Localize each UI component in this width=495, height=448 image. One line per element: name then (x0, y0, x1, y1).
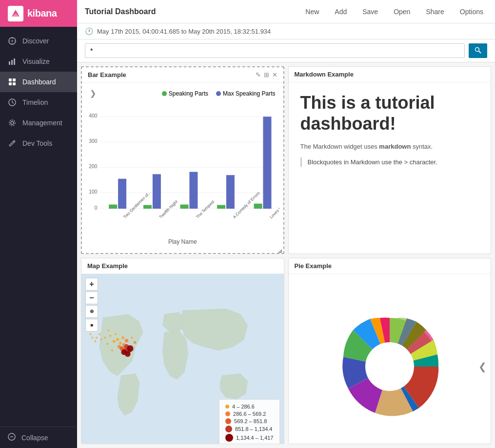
svg-point-53 (113, 340, 116, 343)
save-button[interactable]: Save (358, 6, 382, 18)
legend-color-1 (225, 405, 229, 409)
collapse-button[interactable]: Collapse (8, 433, 69, 442)
share-button[interactable]: Share (422, 6, 448, 18)
svg-line-17 (12, 102, 14, 103)
wrench-icon (8, 139, 17, 148)
chart-legend: ❯ Speaking Parts Max Speaking Parts (86, 87, 279, 100)
svg-rect-48 (263, 117, 271, 209)
svg-rect-39 (153, 174, 161, 209)
fit-bounds-button[interactable]: ⊕ (85, 305, 98, 318)
legend-label-2: 286.6 – 569.2 (233, 411, 266, 417)
resize-handle[interactable]: ◢ (277, 247, 282, 252)
close-icon[interactable]: ✕ (272, 71, 277, 78)
svg-point-52 (119, 341, 122, 344)
svg-rect-8 (9, 61, 10, 65)
map-controls: + − ⊕ ■ (85, 278, 98, 331)
pie-content: ❮ (289, 274, 491, 445)
legend-max-label: Max Speaking Parts (223, 90, 275, 97)
bar-example-panel: Bar Example ✎ ⊞ ✕ ❯ Speaking Parts M (81, 66, 284, 254)
sidebar-item-devtools[interactable]: Dev Tools (0, 133, 77, 154)
sidebar-item-devtools-label: Dev Tools (22, 139, 52, 147)
sidebar-item-management[interactable]: Management (0, 113, 77, 133)
svg-point-65 (115, 333, 117, 335)
svg-rect-10 (14, 58, 15, 65)
sidebar: kibana Discover (0, 0, 77, 448)
svg-point-74 (96, 336, 98, 338)
legend-row-3: 569.2 – 851.8 (225, 418, 273, 424)
svg-point-51 (121, 336, 124, 339)
search-input[interactable] (85, 43, 465, 58)
prev-page-icon[interactable]: ❯ (90, 89, 96, 98)
svg-rect-12 (13, 78, 16, 81)
search-button[interactable] (469, 43, 487, 58)
svg-rect-11 (9, 78, 12, 81)
svg-text:0: 0 (95, 205, 98, 211)
add-button[interactable]: Add (331, 6, 351, 18)
draw-button[interactable]: ■ (85, 319, 98, 331)
svg-point-66 (131, 336, 133, 338)
time-range: May 17th 2015, 04:00:41.685 to May 20th … (97, 28, 271, 35)
svg-rect-9 (11, 60, 13, 65)
svg-point-23 (475, 47, 479, 51)
page-title: Tutorial Dashboard (85, 7, 156, 16)
legend-label-1: 4 – 286.6 (232, 404, 255, 409)
new-button[interactable]: New (301, 6, 323, 18)
expand-icon[interactable]: ⊞ (264, 71, 269, 78)
bar-panel-header: Bar Example ✎ ⊞ ✕ (82, 67, 283, 83)
open-button[interactable]: Open (390, 6, 414, 18)
sidebar-item-timelion[interactable]: Timelion (0, 92, 77, 113)
pie-example-panel: Pie Example (288, 258, 492, 445)
clock-icon: 🕐 (85, 27, 93, 35)
svg-text:400: 400 (89, 113, 98, 118)
logo-icon (8, 6, 23, 21)
markdown-blockquote: Blockquotes in Markdown use the > charac… (300, 157, 479, 167)
svg-text:200: 200 (89, 164, 98, 169)
legend-color-5 (225, 434, 233, 442)
legend-color-2 (225, 411, 230, 416)
sidebar-item-discover[interactable]: Discover (0, 31, 77, 51)
clock-icon (8, 98, 17, 107)
svg-line-24 (479, 51, 481, 53)
sidebar-item-visualize[interactable]: Visualize (0, 51, 77, 72)
options-button[interactable]: Options (456, 6, 487, 18)
sidebar-item-dashboard[interactable]: Dashboard (0, 72, 77, 92)
legend-label-4: 851.8 – 1,134.4 (235, 426, 272, 432)
edit-icon[interactable]: ✎ (256, 71, 261, 78)
svg-text:Twelfth Night: Twelfth Night (158, 199, 178, 219)
svg-point-70 (104, 336, 106, 338)
time-filter-bar[interactable]: 🕐 May 17th 2015, 04:00:41.685 to May 20t… (77, 23, 495, 39)
legend-color-3 (225, 418, 231, 424)
svg-text:Two Gentlemen of...: Two Gentlemen of... (122, 190, 152, 219)
map-content: + − ⊕ ■ (81, 274, 284, 445)
pie-panel-header: Pie Example (289, 258, 491, 274)
markdown-panel-title: Markdown Example (295, 71, 354, 78)
svg-point-50 (116, 338, 119, 341)
svg-point-67 (134, 341, 137, 344)
legend-max-speaking: Max Speaking Parts (216, 90, 275, 97)
map-panel-title: Map Example (87, 262, 128, 270)
legend-row-5: 1,134.4 – 1,417 (225, 434, 273, 442)
zoom-out-button[interactable]: − (85, 292, 98, 304)
markdown-big-text: This is a tutorial dashboard! (300, 92, 479, 134)
svg-point-77 (89, 333, 91, 335)
bar-chart-svg: 400 300 200 100 0 Two Gentlemen of... (86, 100, 279, 236)
legend-row-4: 851.8 – 1,134.4 (225, 426, 273, 432)
svg-line-20 (13, 141, 14, 142)
bar-panel-title: Bar Example (88, 71, 126, 78)
bar-chart-content: ❯ Speaking Parts Max Speaking Parts 400 … (82, 83, 283, 254)
pie-prev-button[interactable]: ❮ (478, 361, 487, 372)
svg-rect-36 (118, 179, 126, 209)
logo-text: kibana (27, 8, 57, 19)
svg-point-76 (91, 336, 93, 338)
legend-color-4 (225, 426, 232, 432)
svg-point-68 (106, 343, 108, 345)
svg-point-72 (99, 333, 100, 335)
legend-dot-blue (216, 91, 221, 96)
svg-rect-13 (9, 82, 12, 85)
zoom-in-button[interactable]: + (85, 278, 98, 291)
sidebar-item-visualize-label: Visualize (22, 58, 50, 65)
svg-point-73 (100, 338, 102, 340)
markdown-content: This is a tutorial dashboard! The Markdo… (289, 82, 491, 180)
svg-rect-38 (143, 205, 152, 209)
svg-point-19 (9, 120, 15, 126)
